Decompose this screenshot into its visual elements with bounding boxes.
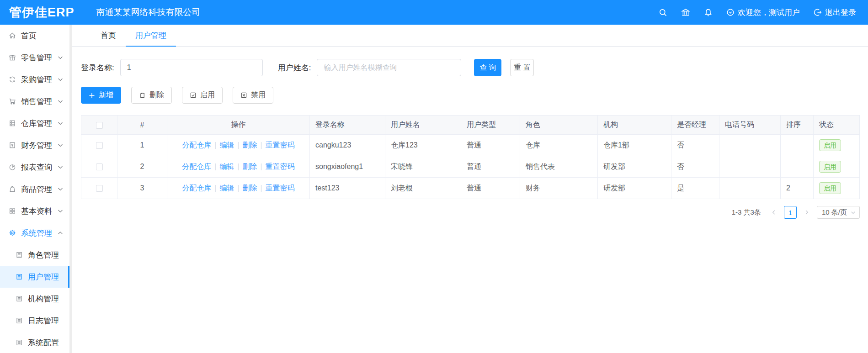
bank-icon[interactable] (681, 8, 690, 17)
sidebar-item-label: 财务管理 (21, 140, 52, 151)
assign-warehouse-link[interactable]: 分配仓库 (182, 184, 211, 192)
chevron-down-icon (57, 120, 64, 127)
cell-name: 刘老根 (385, 178, 461, 199)
sidebar-item-purchase[interactable]: 采购管理 (0, 68, 69, 90)
assign-warehouse-link[interactable]: 分配仓库 (182, 163, 211, 170)
sidebar-item-finance[interactable]: 财务管理 (0, 134, 69, 156)
cell-sort (781, 135, 814, 156)
row-checkbox[interactable] (96, 163, 103, 170)
reset-password-link[interactable]: 重置密码 (266, 184, 295, 192)
column-header: 机构 (598, 116, 671, 135)
query-button[interactable]: 查 询 (474, 59, 501, 76)
pagination: 1-3 共3条 1 10 条/页 (81, 206, 860, 219)
user-dropdown-icon (726, 8, 735, 16)
top-header-bar: 管伊佳ERP 南通某某网络科技有限公司 欢迎您，测试用户 (0, 0, 868, 25)
cell-manager: 是 (671, 178, 719, 199)
tab-user-management[interactable]: 用户管理 (126, 25, 176, 46)
cart-icon (9, 98, 16, 105)
sidebar-item-warehouse[interactable]: 仓库管理 (0, 112, 69, 134)
tab-home[interactable]: 首页 (91, 25, 126, 46)
page-number-button[interactable]: 1 (784, 206, 797, 219)
sidebar-item-goods[interactable]: 商品管理 (0, 178, 69, 200)
column-header: 用户姓名 (385, 116, 461, 135)
link-separator: | (261, 141, 262, 149)
sidebar-item-home[interactable]: 首页 (0, 25, 69, 47)
user-name-input[interactable] (317, 59, 461, 76)
page-size-select[interactable]: 10 条/页 (817, 206, 860, 219)
company-name: 南通某某网络科技有限公司 (96, 6, 201, 18)
link-separator: | (214, 163, 216, 170)
sync-icon (9, 76, 16, 83)
sidebar-subitem-role[interactable]: 角色管理 (0, 244, 69, 266)
grid-icon (9, 207, 16, 215)
cell-phone (719, 156, 781, 178)
sidebar-item-label: 基本资料 (21, 206, 52, 216)
sidebar-subitem-label: 角色管理 (28, 250, 59, 260)
sidebar-item-label: 采购管理 (21, 74, 52, 85)
delete-link[interactable]: 删除 (243, 163, 257, 170)
cell-phone (719, 135, 781, 156)
sidebar-item-system[interactable]: 系统管理 (0, 222, 69, 244)
prev-page-button[interactable] (768, 206, 779, 219)
sidebar-subitem-user[interactable]: 用户管理 (0, 266, 69, 288)
column-header: 登录名称 (310, 116, 385, 135)
user-menu[interactable]: 欢迎您，测试用户 (726, 7, 800, 18)
column-header: 电话号码 (719, 116, 781, 135)
sidebar-item-report[interactable]: 报表查询 (0, 156, 69, 178)
cell-role: 销售代表 (520, 156, 598, 178)
bell-icon[interactable] (704, 8, 713, 17)
enable-button[interactable]: 启用 (182, 87, 223, 104)
table-row: 1分配仓库|编辑|删除|重置密码cangku123仓库123普通仓库仓库1部否启… (81, 135, 860, 156)
row-index: 3 (117, 178, 167, 199)
column-header: 操作 (167, 116, 310, 135)
edit-link[interactable]: 编辑 (219, 163, 234, 170)
login-name-input[interactable] (120, 59, 263, 76)
next-page-button[interactable] (801, 206, 812, 219)
trash-icon (139, 92, 146, 99)
chevron-down-icon (57, 163, 64, 171)
assign-warehouse-link[interactable]: 分配仓库 (182, 141, 211, 149)
sidebar-subitem-org[interactable]: 机构管理 (0, 288, 69, 310)
edit-link[interactable]: 编辑 (219, 184, 234, 192)
sidebar-item-label: 仓库管理 (21, 118, 52, 129)
search-icon[interactable] (659, 8, 667, 17)
reset-button[interactable]: 重 置 (510, 59, 534, 76)
column-header: 角色 (520, 116, 598, 135)
sidebar-item-retail[interactable]: 零售管理 (0, 47, 69, 68)
user-name-label: 用户姓名: (278, 63, 311, 73)
reset-password-link[interactable]: 重置密码 (266, 141, 295, 149)
row-index: 2 (117, 156, 167, 178)
logout-button[interactable]: 退出登录 (814, 7, 856, 18)
cell-sort (781, 156, 814, 178)
doc-icon (16, 339, 23, 346)
delete-link[interactable]: 删除 (243, 141, 257, 149)
finance-icon (9, 142, 16, 149)
disable-button-label: 禁用 (251, 90, 266, 100)
delete-button[interactable]: 删除 (131, 87, 172, 104)
column-header: 是否经理 (671, 116, 719, 135)
delete-link[interactable]: 删除 (243, 184, 257, 192)
cell-org: 研发部 (598, 178, 671, 199)
link-separator: | (261, 163, 262, 170)
add-button[interactable]: 新增 (81, 87, 121, 104)
sidebar-subitem-log[interactable]: 日志管理 (0, 310, 69, 332)
sidebar-item-sales[interactable]: 销售管理 (0, 90, 69, 112)
cell-status: 启用 (814, 156, 860, 178)
disable-button[interactable]: 禁用 (233, 87, 273, 104)
sidebar-item-label: 零售管理 (21, 53, 52, 63)
check-square-icon (190, 92, 197, 99)
chevron-down-icon (851, 210, 856, 215)
sidebar-subitem-config[interactable]: 系统配置 (0, 332, 69, 353)
row-checkbox[interactable] (96, 185, 103, 192)
select-all-checkbox[interactable] (96, 122, 103, 129)
chevron-left-icon (771, 210, 777, 215)
reset-password-link[interactable]: 重置密码 (266, 163, 295, 170)
chevron-up-icon (57, 229, 64, 237)
sidebar-item-label: 系统管理 (21, 228, 52, 238)
row-index: 1 (117, 135, 167, 156)
edit-link[interactable]: 编辑 (219, 141, 234, 149)
row-checkbox[interactable] (96, 142, 103, 149)
sidebar-item-basic[interactable]: 基本资料 (0, 200, 69, 222)
chevron-down-icon (57, 54, 64, 61)
sidebar-subitem-label: 日志管理 (28, 316, 59, 326)
